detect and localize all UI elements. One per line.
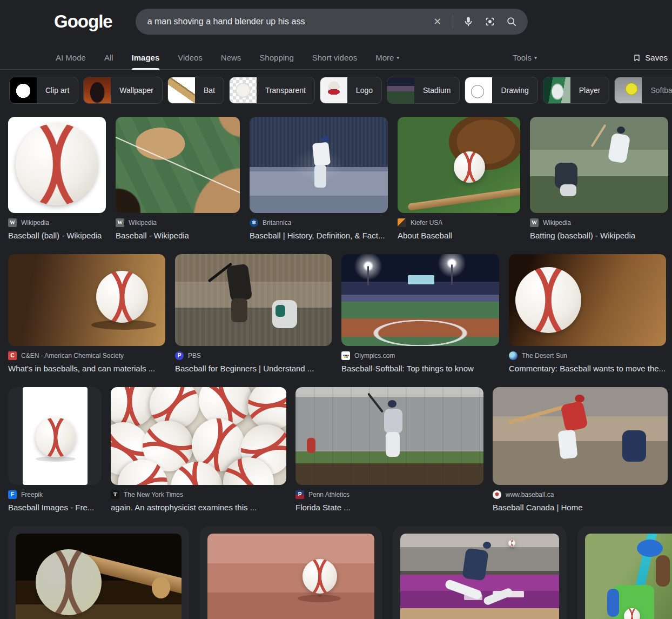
chip-stadium[interactable]: Stadium (387, 77, 460, 104)
source-line[interactable]: CC&EN - American Chemical Society (8, 351, 165, 360)
photo-figure (388, 400, 397, 408)
penn-athletics-favicon: P (295, 490, 304, 499)
source-line[interactable]: TThe New York Times (111, 490, 286, 499)
result-thumbnail-ncaa-ball-clay[interactable] (207, 534, 374, 619)
source-line[interactable]: WWikipedia (8, 218, 106, 227)
result-thumbnail-ball-studio[interactable] (8, 387, 102, 485)
shadow-graphic (298, 595, 341, 602)
result-title[interactable]: Baseball-Softball: Top things to know (341, 364, 499, 373)
result-title[interactable]: Baseball Images - Fre... (8, 503, 102, 512)
baseball-canada-favicon (493, 490, 501, 499)
result-title[interactable]: Baseball - Wikipedia (116, 231, 240, 240)
chip-wallpaper[interactable]: Wallpaper (83, 77, 163, 104)
result-thumbnail-batter-swing-crowd[interactable] (175, 254, 332, 346)
result-thumbnail-red-batter[interactable] (493, 387, 668, 485)
baseball-graphic (36, 549, 102, 615)
source-line[interactable]: PPenn Athletics (295, 490, 483, 499)
cap-graphic (637, 540, 663, 557)
bat-graphic (367, 393, 384, 413)
source-name: The Desert Sun (522, 352, 567, 360)
source-line[interactable]: ✽Britannica (250, 218, 388, 227)
source-line[interactable]: www.baseball.ca (493, 490, 668, 499)
chip-logo[interactable]: Logo (320, 77, 382, 104)
result-thumbnail-ball-on-mound[interactable] (8, 254, 165, 346)
google-logo[interactable]: Google (54, 11, 112, 32)
chip-player[interactable]: Player (543, 77, 610, 104)
chip-softball[interactable]: Softball (614, 77, 672, 104)
result-title[interactable]: Baseball | History, Definition, & Fact..… (250, 231, 388, 240)
photo-figure (275, 305, 285, 317)
saves-button[interactable]: Saves (633, 45, 668, 70)
result-thumbnail-vintage-ball-bat[interactable] (16, 534, 182, 619)
search-input[interactable] (147, 17, 422, 26)
result-thumbnail-ball-in-glove[interactable] (398, 117, 520, 213)
photo-figure (384, 409, 402, 434)
result-title[interactable]: again. An astrophysicist examines this .… (111, 503, 286, 512)
britannica-favicon: ✽ (250, 218, 258, 227)
player-wallpaper-thumb (84, 77, 111, 104)
tab-news[interactable]: News (221, 45, 241, 70)
source-name: Britannica (263, 219, 291, 227)
filter-chips-bar: Clip art Wallpaper Bat Transparent Logo … (9, 77, 672, 104)
result-thumbnail-girl-teal-bat[interactable] (585, 534, 672, 619)
result-thumbnail-baseball-closeup-white[interactable] (8, 117, 106, 213)
tab-short-videos[interactable]: Short videos (312, 45, 357, 70)
photo-figure (560, 184, 576, 196)
result-title[interactable]: Florida State ... (295, 503, 483, 512)
result-title[interactable]: Batting (baseball) - Wikipedia (530, 231, 668, 240)
microphone-icon[interactable] (462, 15, 475, 28)
result-thumbnail-pile-of-baseballs[interactable] (111, 387, 286, 485)
result-thumbnail-pitcher-purple-banner[interactable] (400, 534, 559, 619)
result-title[interactable]: Commentary: Baseball wants to move the..… (509, 364, 666, 373)
results-nav: AI Mode All Images Videos News Shopping … (0, 45, 672, 70)
tab-ai-mode[interactable]: AI Mode (56, 45, 86, 70)
pbs-favicon: P (175, 351, 184, 360)
source-name: Wikipedia (543, 219, 571, 227)
search-bar[interactable]: ✕ (136, 9, 528, 35)
source-line[interactable]: The Desert Sun (509, 351, 666, 360)
tab-all[interactable]: All (104, 45, 113, 70)
chip-label: Player (570, 86, 609, 95)
result-title[interactable]: Baseball Canada | Home (493, 503, 668, 512)
tools-button[interactable]: Tools▾ (513, 53, 537, 62)
source-line[interactable]: Olympics.com (341, 351, 499, 360)
result-thumbnail-batter-practice[interactable] (295, 387, 483, 485)
result-title[interactable]: What's in baseballs, and can materials .… (8, 364, 165, 373)
chip-transparent[interactable]: Transparent (229, 77, 315, 104)
chip-bat[interactable]: Bat (167, 77, 224, 104)
tab-images[interactable]: Images (132, 45, 160, 70)
image-result: Kiefer USA About Baseball (398, 117, 520, 240)
source-line[interactable]: WWikipedia (530, 218, 668, 227)
result-caption: ✽Britannica Baseball | History, Definiti… (250, 218, 388, 240)
result-title[interactable]: About Baseball (398, 231, 520, 240)
desert-sun-favicon (509, 351, 518, 360)
result-thumbnail-batter-swing[interactable] (530, 117, 668, 213)
saves-label: Saves (645, 53, 668, 62)
result-caption: WWikipedia Baseball (ball) - Wikipedia (8, 218, 106, 240)
chip-clip-art[interactable]: Clip art (9, 77, 78, 104)
source-line[interactable]: FFreepik (8, 490, 102, 499)
tab-more[interactable]: More▾ (375, 45, 399, 70)
result-thumbnail-ball-closeup-dirt[interactable] (509, 254, 666, 346)
result-thumbnail-dodgers-batter[interactable] (250, 117, 388, 213)
source-line[interactable]: WWikipedia (116, 218, 240, 227)
source-name: www.baseball.ca (506, 491, 554, 498)
photo-figure (462, 548, 488, 581)
tab-videos[interactable]: Videos (178, 45, 203, 70)
clear-search-icon[interactable]: ✕ (431, 15, 444, 28)
photo-figure (560, 401, 588, 432)
header: Google ✕ AI Mode All Images Videos News … (0, 0, 672, 70)
tools-label: Tools (513, 53, 532, 62)
search-icon[interactable] (505, 15, 518, 28)
google-lens-icon[interactable] (483, 15, 496, 28)
result-caption: The Desert Sun Commentary: Baseball want… (509, 351, 666, 373)
result-title[interactable]: Baseball for Beginners | Understand ... (175, 364, 332, 373)
baseball-graphic (508, 540, 515, 547)
result-thumbnail-olympic-stadium[interactable] (341, 254, 499, 346)
result-thumbnail-aerial-infield[interactable] (116, 117, 240, 213)
source-line[interactable]: PPBS (175, 351, 332, 360)
tab-shopping[interactable]: Shopping (259, 45, 293, 70)
source-line[interactable]: Kiefer USA (398, 218, 520, 227)
chip-drawing[interactable]: Drawing (465, 77, 537, 104)
result-title[interactable]: Baseball (ball) - Wikipedia (8, 231, 106, 240)
